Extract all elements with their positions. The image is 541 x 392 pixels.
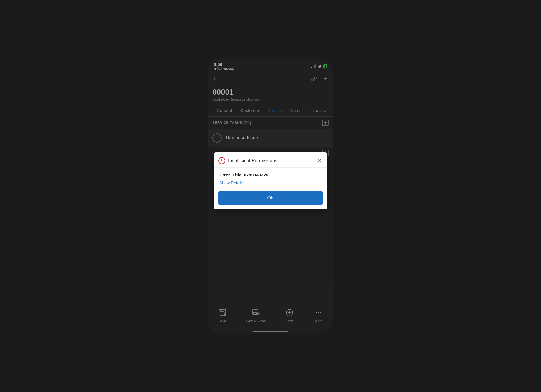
modal-dialog: ! Insufficient Permissions ✕ Error_Title…: [214, 152, 327, 209]
modal-body: Error_Title_0x80040220 Show Details: [214, 168, 327, 191]
modal-header: ! Insufficient Permissions ✕: [214, 152, 327, 168]
modal-overlay: ! Insufficient Permissions ✕ Error_Title…: [208, 59, 333, 333]
modal-footer: OK: [214, 191, 327, 209]
modal-title-row: ! Insufficient Permissions: [218, 157, 277, 164]
error-code: Error_Title_0x80040220: [219, 172, 322, 177]
phone-frame: 3:56 ◀ Authenticator ⊖ ▮ ‹ ☍ + 00001 Boo…: [208, 59, 333, 333]
error-icon: !: [218, 157, 225, 164]
ok-button[interactable]: OK: [218, 191, 323, 205]
modal-close-button[interactable]: ✕: [316, 157, 323, 164]
modal-title: Insufficient Permissions: [228, 158, 277, 163]
show-details-link[interactable]: Show Details: [219, 181, 243, 185]
